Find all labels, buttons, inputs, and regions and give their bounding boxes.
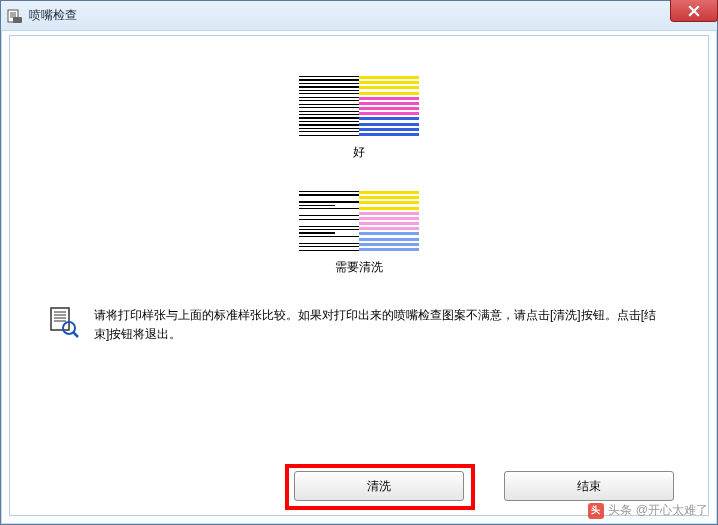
instruction-text: 请将打印样张与上面的标准样张比较。如果对打印出来的喷嘴检查图案不满意，请点击[清…: [94, 306, 670, 344]
watermark: 头 头条 @开心太难了: [588, 502, 708, 519]
app-icon: [7, 8, 23, 24]
svg-rect-1: [13, 17, 22, 23]
printer-magnify-icon: [48, 306, 80, 338]
close-icon: [688, 5, 700, 17]
nozzle-pattern-good: [299, 76, 419, 136]
nozzle-pattern-bad: [299, 191, 419, 251]
watermark-prefix: 头条: [608, 502, 632, 519]
finish-button[interactable]: 结束: [504, 471, 674, 501]
titlebar: 喷嘴检查: [1, 1, 717, 31]
instruction-row: 请将打印样张与上面的标准样张比较。如果对打印出来的喷嘴检查图案不满意，请点击[清…: [30, 306, 688, 344]
close-button[interactable]: [670, 0, 718, 22]
button-bar: 清洗 结束: [10, 471, 708, 501]
watermark-handle: @开心太难了: [636, 502, 708, 519]
sample-bad: 需要清洗: [30, 191, 688, 276]
sample-good-label: 好: [353, 144, 365, 161]
clean-button[interactable]: 清洗: [294, 471, 464, 501]
toutiao-logo-icon: 头: [588, 503, 604, 519]
client-area: 好 需要清洗: [9, 35, 709, 516]
dialog-window: 喷嘴检查 好: [0, 0, 718, 525]
sample-good: 好: [30, 76, 688, 161]
svg-rect-2: [51, 308, 69, 330]
sample-bad-label: 需要清洗: [335, 259, 383, 276]
content: 好 需要清洗: [10, 36, 708, 515]
window-title: 喷嘴检查: [29, 7, 77, 24]
